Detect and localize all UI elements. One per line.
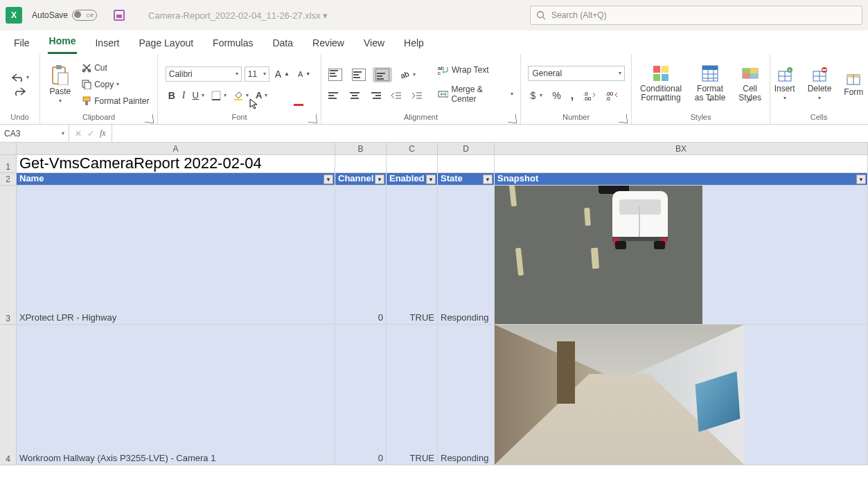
cut-button[interactable]: Cut <box>79 62 152 74</box>
font-name-select[interactable]: Calibri▾ <box>166 66 242 82</box>
autosave-switch[interactable]: Off <box>72 10 97 21</box>
row-header-4[interactable]: 4 <box>0 325 17 465</box>
conditional-formatting-button[interactable]: Conditional Formatting▾ <box>636 63 686 105</box>
cell-a3[interactable]: XProtect LPR - Highway <box>17 186 335 325</box>
worksheet-grid[interactable]: A B C D BX 1 Get-VmsCameraReport 2022-02… <box>0 143 868 465</box>
cell-bx4-snapshot[interactable] <box>495 325 868 465</box>
save-icon[interactable] <box>114 10 125 21</box>
col-header-bx[interactable]: BX <box>495 143 868 155</box>
cancel-formula-icon[interactable]: ✕ <box>75 129 82 138</box>
number-launcher[interactable] <box>619 114 627 123</box>
align-middle-button[interactable] <box>349 67 369 82</box>
file-title[interactable]: Camera-Report_2022-02-04_11-26-27.xlsx ▾ <box>148 10 328 21</box>
increase-font-button[interactable]: A▲ <box>272 67 292 81</box>
select-all-corner[interactable] <box>0 143 17 155</box>
cell-d1[interactable] <box>438 155 495 173</box>
cell-d4[interactable]: Responding <box>438 325 495 465</box>
tab-home[interactable]: Home <box>48 31 78 54</box>
increase-decimal-button[interactable]: .0.00 <box>581 88 599 103</box>
font-launcher[interactable] <box>308 114 317 123</box>
tab-page-layout[interactable]: Page Layout <box>137 33 195 54</box>
header-channel[interactable]: Channel▼ <box>335 173 387 186</box>
clipboard-launcher[interactable] <box>145 114 153 123</box>
cell-a4[interactable]: Workroom Hallway (Axis P3255-LVE) - Came… <box>17 325 335 465</box>
cell-bx1[interactable] <box>495 155 868 173</box>
filter-channel-button[interactable]: ▼ <box>375 174 384 184</box>
font-color-button[interactable]: A▾ <box>253 89 270 102</box>
bold-button[interactable]: B <box>166 89 178 102</box>
underline-button[interactable]: U▾ <box>190 89 207 102</box>
percent-button[interactable]: % <box>549 88 563 103</box>
undo-button[interactable]: ▾ <box>8 71 32 84</box>
autosave-toggle[interactable]: AutoSave Off <box>32 10 97 21</box>
tab-help[interactable]: Help <box>402 33 425 54</box>
wrap-text-button[interactable]: abcWrap Text <box>435 64 516 76</box>
align-left-button[interactable] <box>326 89 342 102</box>
comma-button[interactable]: , <box>568 88 576 103</box>
decrease-font-button[interactable]: A▼ <box>295 69 313 80</box>
header-snapshot[interactable]: Snapshot▼ <box>495 173 868 186</box>
table-icon <box>701 64 719 82</box>
format-cells-button[interactable]: Form <box>840 69 867 98</box>
row-header-3[interactable]: 3 <box>0 186 17 325</box>
filter-enabled-button[interactable]: ▼ <box>426 174 436 184</box>
fx-label[interactable]: fx <box>100 128 106 138</box>
align-right-button[interactable] <box>367 89 384 102</box>
header-state[interactable]: State▼ <box>438 173 495 186</box>
tab-view[interactable]: View <box>362 33 386 54</box>
decrease-decimal-button[interactable]: .00.0 <box>603 88 621 103</box>
delete-cells-button[interactable]: Delete▾ <box>804 66 836 103</box>
cell-styles-button[interactable]: Cell Styles▾ <box>734 63 765 105</box>
font-size-select[interactable]: 11▾ <box>245 66 269 82</box>
tab-file[interactable]: File <box>12 33 31 54</box>
cell-d3[interactable]: Responding <box>438 186 495 325</box>
format-as-table-button[interactable]: Format as Table▾ <box>690 63 730 105</box>
merge-center-button[interactable]: Merge & Center▾ <box>435 83 516 105</box>
tab-data[interactable]: Data <box>271 33 294 54</box>
cell-b1[interactable] <box>335 155 387 173</box>
insert-cells-button[interactable]: +Insert▾ <box>770 66 799 103</box>
col-header-a[interactable]: A <box>17 143 335 155</box>
italic-button[interactable]: I <box>179 89 188 102</box>
align-bottom-button[interactable] <box>373 67 392 82</box>
tab-insert[interactable]: Insert <box>94 33 121 54</box>
filter-snapshot-button[interactable]: ▼ <box>856 174 866 184</box>
name-box[interactable]: CA3▾ <box>0 125 69 142</box>
formula-input[interactable] <box>112 125 868 142</box>
align-top-button[interactable] <box>326 67 345 82</box>
col-header-d[interactable]: D <box>438 143 495 155</box>
group-font: Calibri▾ 11▾ A▲ A▼ B I U▾ ▾ ▾ A▾ Font <box>158 54 321 124</box>
col-header-b[interactable]: B <box>335 143 387 155</box>
increase-indent-button[interactable] <box>409 89 425 102</box>
col-header-c[interactable]: C <box>387 143 438 155</box>
cell-b3[interactable]: 0 <box>335 186 387 325</box>
cell-c3[interactable]: TRUE <box>387 186 438 325</box>
cell-bx3-snapshot[interactable] <box>495 186 868 325</box>
header-name[interactable]: Name▼ <box>17 173 335 186</box>
header-enabled[interactable]: Enabled▼ <box>387 173 438 186</box>
align-center-button[interactable] <box>346 89 363 102</box>
search-input[interactable]: Search (Alt+Q) <box>530 6 862 25</box>
orientation-button[interactable]: ab▾ <box>396 67 418 82</box>
cell-c4[interactable]: TRUE <box>387 325 438 465</box>
decrease-indent-button[interactable] <box>388 89 405 102</box>
filter-name-button[interactable]: ▼ <box>324 174 333 184</box>
cell-b4[interactable]: 0 <box>335 325 387 465</box>
row-header-1[interactable]: 1 <box>0 155 17 173</box>
filter-state-button[interactable]: ▼ <box>483 174 493 184</box>
redo-button[interactable] <box>11 85 29 98</box>
enter-formula-icon[interactable]: ✓ <box>87 129 94 138</box>
fill-color-button[interactable]: ▾ <box>231 89 251 102</box>
format-painter-button[interactable]: Format Painter <box>79 95 152 107</box>
border-button[interactable]: ▾ <box>209 89 229 102</box>
alignment-launcher[interactable] <box>508 114 516 123</box>
currency-button[interactable]: $▾ <box>528 88 546 103</box>
cell-a1[interactable]: Get-VmsCameraReport 2022-02-04 <box>17 155 335 173</box>
tab-formulas[interactable]: Formulas <box>211 33 254 54</box>
number-format-select[interactable]: General▾ <box>528 66 625 81</box>
row-header-2[interactable]: 2 <box>0 173 17 186</box>
tab-review[interactable]: Review <box>311 33 346 54</box>
paste-button[interactable]: Paste▾ <box>45 63 75 106</box>
copy-button[interactable]: Copy▾ <box>79 78 152 91</box>
cell-c1[interactable] <box>387 155 438 173</box>
